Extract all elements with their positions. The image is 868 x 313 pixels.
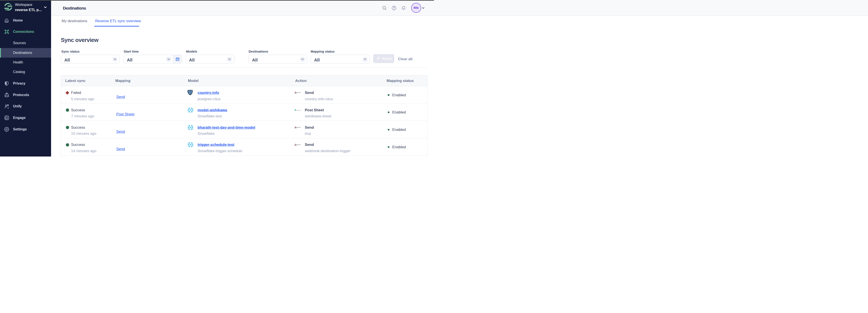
svg-text:webhooks: webhooks xyxy=(297,92,301,93)
svg-text:webhooks: webhooks xyxy=(297,144,301,145)
svg-text:webhooks: webhooks xyxy=(297,127,301,128)
svg-text:Google Sheets: Google Sheets xyxy=(296,110,301,111)
